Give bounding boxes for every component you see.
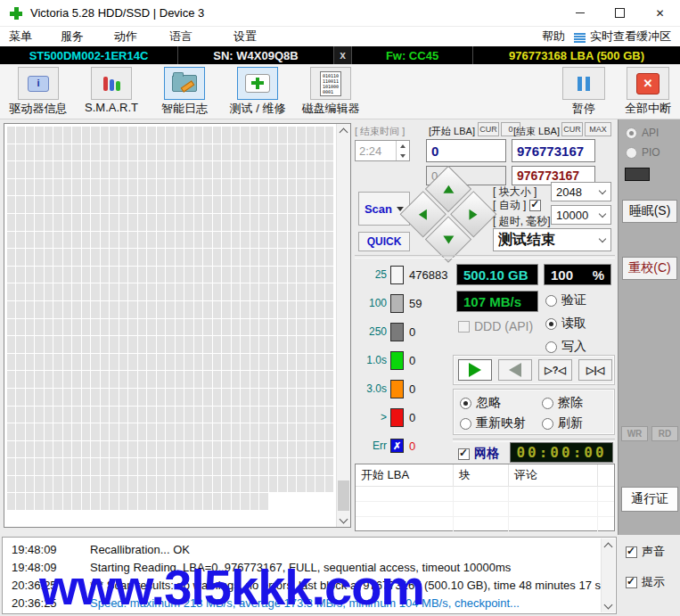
scan-block-cell	[166, 283, 174, 300]
mode-read-option[interactable]: 读取	[545, 316, 586, 332]
scan-block-cell	[35, 407, 43, 423]
drive-firmware: Fw: CC45	[352, 46, 473, 64]
sleep-button[interactable]: 睡眠(S)	[622, 200, 677, 223]
map-scrollbar[interactable]	[336, 124, 350, 527]
write-radio[interactable]	[545, 341, 557, 353]
abort-all-button[interactable]: ✕ 全部中断	[617, 67, 679, 117]
scan-label: Scan	[365, 202, 392, 216]
grid-toggle[interactable]: 网格	[458, 446, 499, 462]
seek-random-button[interactable]	[538, 359, 572, 381]
reverse-button[interactable]	[498, 359, 532, 381]
smart-button[interactable]: S.M.A.R.T	[75, 67, 148, 114]
erase-radio[interactable]	[542, 398, 553, 409]
scan-block-cell	[45, 144, 53, 161]
ddd-api-toggle[interactable]: DDD (API)	[458, 319, 533, 333]
remap-radio[interactable]	[460, 418, 471, 430]
menu-item-menu[interactable]: 菜单	[5, 29, 36, 45]
scan-block-cell	[232, 354, 240, 371]
scan-block-cell	[184, 232, 193, 249]
end-lba-input[interactable]: 976773167	[512, 139, 595, 162]
scroll-down-icon[interactable]	[337, 513, 350, 527]
api-radio[interactable]	[626, 127, 637, 139]
recalibrate-button[interactable]: 重校(C)	[622, 257, 677, 280]
wr-button[interactable]: WR	[621, 426, 648, 441]
infobar-close-button[interactable]: x	[334, 46, 352, 64]
scan-block-cell	[101, 354, 109, 371]
scan-block-cell	[297, 319, 305, 336]
sound-toggle[interactable]: 声音	[626, 544, 665, 560]
log-scrollbar[interactable]	[601, 538, 615, 612]
sound-checkbox[interactable]	[626, 546, 637, 558]
quick-button[interactable]: QUICK	[358, 232, 410, 251]
pio-radio[interactable]	[626, 147, 637, 159]
drive-info-button[interactable]: i 驱动器信息	[2, 67, 75, 117]
maximize-button[interactable]	[600, 0, 640, 27]
action-refresh-option[interactable]: 刷新	[542, 415, 583, 431]
scan-block-cell	[147, 319, 155, 336]
menu-item-action[interactable]: 动作	[111, 29, 141, 45]
scan-block-cell	[26, 214, 34, 231]
start-test-button[interactable]	[458, 359, 492, 381]
passport-button[interactable]: 通行证	[621, 487, 678, 512]
mode-write-option[interactable]: 写入	[545, 339, 586, 355]
close-button[interactable]	[640, 0, 680, 27]
scan-block-cell	[35, 371, 43, 388]
hint-toggle[interactable]: 提示	[626, 574, 665, 590]
stat-row: 250 0	[355, 321, 455, 342]
start-lba-input[interactable]: 0	[426, 139, 506, 162]
ignore-radio[interactable]	[460, 398, 471, 409]
grid-checkbox[interactable]	[458, 448, 470, 460]
smart-log-button[interactable]: 智能日志	[148, 67, 221, 117]
action-remap-option[interactable]: 重新映射	[460, 415, 526, 431]
disk-editor-button[interactable]: 010110 110011 101000 0001 磁盘编辑器	[294, 67, 367, 117]
scan-block-cell	[213, 389, 221, 406]
refresh-radio[interactable]	[542, 418, 553, 430]
auto-checkbox[interactable]	[529, 200, 541, 211]
scan-block-cell	[203, 161, 211, 178]
spin-up-icon[interactable]	[397, 141, 409, 151]
start-lba-cur-button[interactable]: CUR	[478, 122, 499, 136]
scan-block-cell	[166, 127, 174, 144]
scan-block-cell	[82, 441, 90, 458]
spin-down-icon[interactable]	[397, 151, 409, 160]
menu-item-language[interactable]: 语言	[166, 29, 196, 45]
pause-button[interactable]: 暂停	[554, 67, 613, 117]
end-action-combo[interactable]: 测试结束	[493, 228, 611, 251]
test-repair-button[interactable]: 测试 / 维修	[221, 67, 294, 117]
rd-button[interactable]: RD	[651, 426, 678, 441]
scroll-up-icon[interactable]	[337, 124, 350, 137]
seek-end-button[interactable]	[578, 359, 612, 381]
live-buffer-toggle[interactable]: 实时查看缓冲区	[570, 29, 675, 45]
auto-toggle[interactable]: [ 自动 ]	[493, 198, 541, 213]
scan-block-cell	[72, 161, 80, 178]
minimize-button[interactable]	[560, 0, 600, 27]
scroll-down-icon[interactable]	[602, 599, 615, 612]
end-lba-max-button[interactable]: MAX	[585, 122, 611, 136]
end-time-spinner[interactable]: 2:24	[355, 140, 410, 161]
api-option[interactable]: API	[626, 127, 659, 139]
verify-radio[interactable]	[545, 295, 557, 307]
scan-block-cell	[203, 232, 211, 249]
scroll-up-icon[interactable]	[602, 538, 615, 552]
speed-display: 107 MB/s	[456, 291, 538, 312]
scan-block-cell	[241, 371, 249, 388]
block-size-combo[interactable]: 2048	[551, 182, 611, 201]
scan-block-cell	[194, 493, 202, 510]
end-lba-cur-button[interactable]: CUR	[561, 122, 583, 136]
action-erase-option[interactable]: 擦除	[542, 395, 583, 411]
menu-item-settings[interactable]: 设置	[230, 29, 260, 45]
mode-verify-option[interactable]: 验证	[545, 292, 586, 308]
end-time-label: [ 结束时间 ]	[355, 125, 405, 138]
menu-item-help[interactable]: 帮助	[538, 29, 569, 45]
scan-mode-button[interactable]: Scan	[358, 192, 410, 226]
action-ignore-option[interactable]: 忽略	[460, 395, 501, 411]
hint-checkbox[interactable]	[626, 577, 637, 588]
menu-item-service[interactable]: 服务	[57, 29, 87, 45]
scan-block-cell	[138, 371, 146, 388]
scan-block-cell	[16, 283, 24, 300]
read-radio[interactable]	[545, 318, 557, 330]
pio-option[interactable]: PIO	[626, 146, 660, 159]
ddd-api-checkbox[interactable]	[458, 321, 470, 333]
map-scroll-thumb[interactable]	[338, 480, 349, 511]
timeout-combo[interactable]: 10000	[551, 205, 611, 225]
